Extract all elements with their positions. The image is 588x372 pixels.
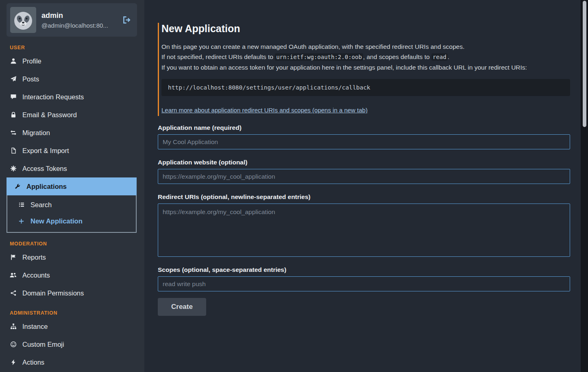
sidebar-item-label: Actions: [22, 358, 44, 367]
file-icon: [10, 147, 17, 154]
intro-line-2-mid: , and scopes defaults to: [363, 53, 431, 60]
default-redirect-uri-code: urn:ietf:wg:oauth:2.0:oob: [275, 53, 363, 61]
sidebar-item-label: Email & Password: [22, 110, 77, 119]
docs-link[interactable]: Learn more about application redirect UR…: [161, 107, 368, 114]
page-title: New Application: [161, 23, 570, 35]
sidebar-item-label: Accounts: [22, 271, 50, 280]
users-icon: [10, 272, 17, 278]
sidebar-item-posts[interactable]: Posts: [0, 70, 144, 88]
callback-url-text: http://localhost:8080/settings/user/appl…: [168, 84, 370, 91]
scopes-input[interactable]: [158, 276, 570, 291]
sidebar-item-label: Interaction Requests: [22, 92, 84, 101]
sidebar-item-label: Posts: [22, 74, 39, 83]
logout-icon[interactable]: [122, 15, 131, 24]
app-root: admin @admin@localhost:80... USER Profil…: [0, 0, 588, 372]
intro-line-2-suffix: .: [448, 53, 449, 60]
sidebar-item-label: Profile: [22, 57, 41, 66]
scrollbar-thumb[interactable]: [583, 1, 586, 127]
user-icon: [10, 58, 17, 64]
share-nodes-icon: [10, 290, 17, 296]
sidebar-item-label: Custom Emoji: [22, 340, 64, 349]
sidebar-item-actions[interactable]: Actions: [0, 353, 144, 371]
application-website-label: Application website (optional): [158, 159, 570, 166]
sidebar-item-custom-emoji[interactable]: Custom Emoji: [0, 335, 144, 353]
applications-group: Applications Search New Application: [7, 177, 137, 233]
redirect-uris-label: Redirect URIs (optional, newline-separat…: [158, 193, 570, 201]
sidebar-nav-administration: Instance Custom Emoji Actions: [0, 317, 144, 371]
comment-icon: [10, 94, 17, 100]
sidebar-item-access-tokens[interactable]: Access Tokens: [0, 160, 144, 177]
lock-icon: [10, 112, 17, 118]
transfer-icon: [10, 129, 17, 136]
sidebar-item-label: Reports: [22, 253, 46, 262]
main-content: New Application On this page you can cre…: [144, 0, 588, 372]
section-label-administration: ADMINISTRATION: [10, 310, 144, 316]
smiley-icon: [10, 341, 17, 348]
scrollbar[interactable]: [581, 0, 588, 372]
sidebar-item-instance[interactable]: Instance: [0, 317, 144, 335]
certificate-icon: [10, 165, 17, 172]
sidebar-item-export-import[interactable]: Export & Import: [0, 142, 144, 160]
sidebar-nav-moderation: Reports Accounts Domain Permissions: [0, 248, 144, 302]
application-name-input[interactable]: [158, 134, 570, 149]
plus-icon: [18, 218, 25, 224]
sidebar-item-label: Export & Import: [22, 146, 69, 155]
sidebar-item-label: Applications: [26, 182, 67, 191]
sidebar: admin @admin@localhost:80... USER Profil…: [0, 0, 144, 372]
intro-line-1: On this page you can create a new manage…: [161, 42, 570, 52]
sidebar-item-label: Migration: [22, 128, 50, 137]
sitemap-icon: [10, 323, 17, 330]
sidebar-item-migration[interactable]: Migration: [0, 124, 144, 142]
redirect-uris-textarea[interactable]: [158, 204, 570, 257]
application-name-label: Application name (required): [158, 124, 570, 131]
default-scope-code: read: [431, 53, 448, 61]
sidebar-item-profile[interactable]: Profile: [0, 52, 144, 70]
user-info: admin @admin@localhost:80...: [41, 11, 117, 29]
sidebar-item-applications[interactable]: Applications: [7, 177, 137, 195]
sidebar-item-label: New Application: [30, 217, 83, 225]
user-handle: @admin@localhost:80...: [41, 22, 117, 29]
sidebar-item-accounts[interactable]: Accounts: [0, 266, 144, 284]
sidebar-item-label: Instance: [22, 322, 48, 331]
avatar: [10, 7, 36, 33]
intro-block: New Application On this page you can cre…: [158, 23, 570, 116]
wrench-icon: [14, 183, 21, 190]
sidebar-item-label: Domain Permissions: [22, 289, 84, 298]
scopes-label: Scopes (optional, space-separated entrie…: [158, 266, 570, 274]
new-application-form: Application name (required) Application …: [158, 124, 570, 316]
flag-icon: [10, 254, 17, 260]
paper-plane-icon: [10, 76, 17, 82]
sidebar-item-reports[interactable]: Reports: [0, 248, 144, 266]
bolt-icon: [10, 359, 17, 365]
section-label-moderation: MODERATION: [10, 241, 144, 247]
applications-submenu: Search New Application: [7, 195, 137, 233]
sidebar-item-email-password[interactable]: Email & Password: [0, 106, 144, 124]
section-label-user: USER: [10, 45, 144, 50]
sidebar-item-label: Search: [30, 200, 52, 209]
list-icon: [18, 201, 25, 208]
sidebar-item-search[interactable]: Search: [7, 197, 136, 213]
application-website-input[interactable]: [158, 169, 570, 184]
sidebar-item-domain-permissions[interactable]: Domain Permissions: [0, 284, 144, 302]
sidebar-item-label: Access Tokens: [22, 164, 67, 173]
sidebar-nav-user: Profile Posts Interaction Requests Email…: [0, 52, 144, 233]
create-button[interactable]: Create: [158, 298, 206, 316]
callback-url-code-block[interactable]: http://localhost:8080/settings/user/appl…: [161, 79, 570, 96]
user-card[interactable]: admin @admin@localhost:80...: [7, 3, 137, 37]
sidebar-item-interaction-requests[interactable]: Interaction Requests: [0, 88, 144, 106]
sidebar-item-new-application[interactable]: New Application: [7, 213, 136, 229]
intro-line-2: If not specified, redirect URIs defaults…: [161, 52, 570, 62]
intro-line-2-prefix: If not specified, redirect URIs defaults…: [161, 53, 275, 60]
user-name: admin: [41, 11, 117, 20]
intro-line-3: If you want to obtain an access token fo…: [161, 62, 570, 72]
